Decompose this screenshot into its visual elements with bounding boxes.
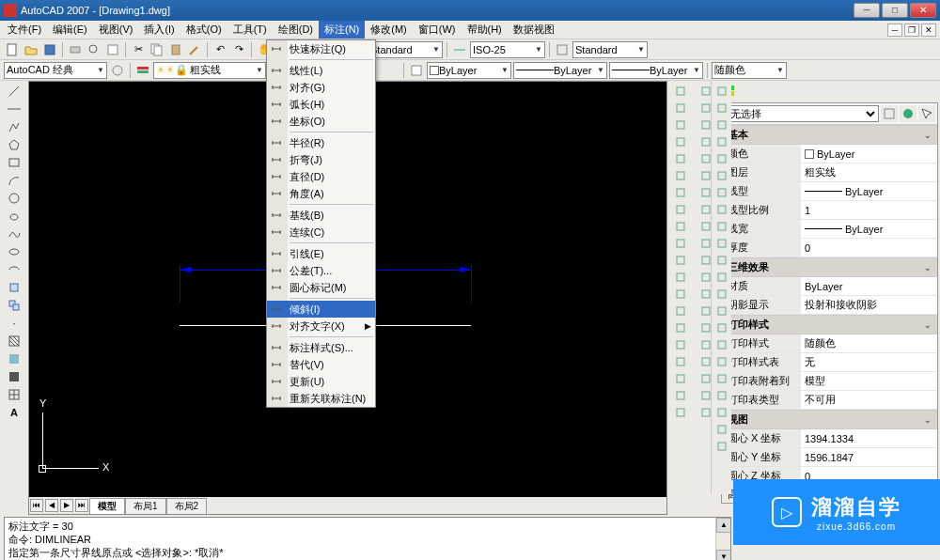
- modify-tool-10[interactable]: [670, 252, 691, 269]
- tab-nav-last[interactable]: ⏭: [75, 499, 88, 512]
- rectangle-tool[interactable]: [5, 154, 24, 171]
- menu-2[interactable]: 视图(V): [93, 21, 139, 39]
- modify-tool-9[interactable]: [670, 235, 691, 252]
- modify-tool-19[interactable]: [713, 404, 730, 421]
- prop-row[interactable]: 打印表类型不可用: [722, 391, 937, 410]
- prop-value[interactable]: ByLayer: [801, 277, 937, 295]
- prop-row[interactable]: 线型比例1: [722, 201, 937, 220]
- layout-tab[interactable]: 布局1: [125, 498, 166, 514]
- menu-5[interactable]: 工具(T): [227, 21, 273, 39]
- menu-item[interactable]: 基线(B): [267, 207, 375, 224]
- prop-value[interactable]: 无: [801, 353, 937, 371]
- prop-row[interactable]: 线型ByLayer: [722, 182, 937, 201]
- prop-row[interactable]: 线宽ByLayer: [722, 220, 937, 239]
- menu-item[interactable]: 公差(T)...: [267, 262, 375, 279]
- menu-item[interactable]: 对齐文字(X)▶: [267, 318, 375, 334]
- ws-settings-button[interactable]: [109, 62, 126, 79]
- prop-row[interactable]: 图层粗实线: [722, 163, 937, 182]
- modify-tool-1[interactable]: [670, 100, 691, 117]
- menu-item[interactable]: 引线(E): [267, 245, 375, 262]
- copy-button[interactable]: [149, 41, 165, 58]
- hatch-tool[interactable]: [5, 333, 24, 350]
- prop-row[interactable]: 阴影显示投射和接收阴影: [722, 296, 937, 315]
- menu-item[interactable]: 直径(D): [267, 168, 375, 185]
- menu-item[interactable]: 弧长(H): [267, 96, 375, 113]
- color-combo[interactable]: ByLayer▼: [427, 62, 511, 79]
- ellipse-tool[interactable]: [5, 243, 24, 260]
- dim-style-icon[interactable]: [451, 41, 468, 58]
- prop-value[interactable]: 1: [801, 201, 937, 219]
- modify-tool-15[interactable]: [670, 336, 691, 353]
- spline-tool[interactable]: [5, 226, 24, 242]
- prop-value[interactable]: 1596.1847: [801, 448, 937, 466]
- prop-section-header[interactable]: 打印样式⌄: [722, 315, 937, 334]
- prop-value[interactable]: 0: [801, 239, 937, 257]
- prop-row[interactable]: 材质ByLayer: [722, 277, 937, 296]
- undo-button[interactable]: ↶: [212, 41, 228, 58]
- modify-tool-2[interactable]: [713, 117, 730, 133]
- modify-tool-13[interactable]: [713, 303, 730, 319]
- modify-tool-0[interactable]: [713, 83, 730, 100]
- print-button[interactable]: [67, 41, 84, 58]
- arc-tool[interactable]: [5, 172, 24, 189]
- menu-10[interactable]: 帮助(H): [462, 21, 508, 39]
- save-button[interactable]: [41, 41, 58, 58]
- modify-tool-6[interactable]: [713, 184, 730, 201]
- minimize-button[interactable]: ─: [854, 3, 880, 18]
- prop-value[interactable]: 粗实线: [801, 163, 937, 181]
- workspace-combo[interactable]: AutoCAD 经典▼: [4, 62, 107, 79]
- prop-value[interactable]: 投射和接收阴影: [801, 296, 937, 314]
- prop-row[interactable]: 打印样式随颜色: [722, 334, 937, 353]
- modify-tool-3[interactable]: [670, 133, 691, 150]
- modify-tool-17[interactable]: [713, 370, 730, 387]
- modify-tool-14[interactable]: [670, 319, 691, 336]
- maximize-button[interactable]: □: [882, 3, 908, 18]
- point-tool[interactable]: ·: [5, 315, 24, 332]
- paste-button[interactable]: [167, 41, 184, 58]
- modify-tool-8[interactable]: [670, 218, 691, 235]
- tab-nav-prev[interactable]: ◀: [45, 499, 58, 512]
- modify-tool-11[interactable]: [670, 269, 691, 286]
- modify-tool-18[interactable]: [670, 387, 691, 404]
- menu-8[interactable]: 修改(M): [365, 21, 413, 39]
- prop-row[interactable]: 打印表附着到模型: [722, 372, 937, 391]
- insert-block-tool[interactable]: [5, 279, 24, 296]
- modify-tool-0[interactable]: [670, 83, 691, 100]
- prop-section-header[interactable]: 三维效果⌄: [722, 257, 937, 277]
- region-tool[interactable]: [5, 368, 24, 385]
- scroll-down-button[interactable]: ▼: [716, 550, 731, 560]
- linetype-combo[interactable]: ByLayer▼: [513, 62, 607, 79]
- modify-tool-5[interactable]: [713, 167, 730, 184]
- menu-item[interactable]: 重新关联标注(N): [267, 390, 375, 407]
- modify-tool-16[interactable]: [670, 353, 691, 370]
- open-button[interactable]: [23, 41, 39, 58]
- modify-tool-19[interactable]: [670, 404, 691, 421]
- menu-9[interactable]: 窗口(W): [413, 21, 462, 39]
- dim-style-combo[interactable]: ISO-25▼: [470, 41, 545, 58]
- menu-6[interactable]: 绘图(D): [273, 21, 319, 39]
- menu-item[interactable]: 标注样式(S)...: [267, 339, 375, 356]
- tab-nav-next[interactable]: ▶: [60, 499, 73, 512]
- lineweight-combo[interactable]: ByLayer▼: [609, 62, 703, 79]
- modify-tool-4[interactable]: [670, 150, 691, 167]
- pickadd-button[interactable]: [900, 105, 916, 122]
- menu-item[interactable]: 角度(A): [267, 185, 375, 202]
- menu-item[interactable]: 圆心标记(M): [267, 279, 375, 296]
- doc-restore-button[interactable]: ❐: [904, 23, 919, 37]
- modify-tool-14[interactable]: [713, 319, 730, 336]
- ellipse-arc-tool[interactable]: [5, 261, 24, 278]
- prop-section-header[interactable]: 基本⌄: [722, 125, 937, 145]
- layer-props-button[interactable]: [134, 62, 151, 79]
- layout-tab[interactable]: 布局2: [166, 498, 208, 514]
- menu-item[interactable]: 快速标注(Q): [267, 40, 375, 57]
- prop-value[interactable]: 随颜色: [801, 334, 937, 352]
- close-button[interactable]: ✕: [910, 3, 936, 18]
- prop-row[interactable]: 打印样式表无: [722, 353, 937, 372]
- menu-item[interactable]: 线性(L): [267, 62, 375, 79]
- menu-1[interactable]: 编辑(E): [47, 21, 93, 39]
- prop-section-header[interactable]: 视图⌄: [722, 410, 937, 429]
- menu-item[interactable]: 对齐(G): [267, 79, 375, 96]
- menu-7[interactable]: 标注(N): [319, 21, 365, 39]
- mtext-tool[interactable]: A: [5, 404, 24, 421]
- xline-tool[interactable]: [5, 101, 24, 117]
